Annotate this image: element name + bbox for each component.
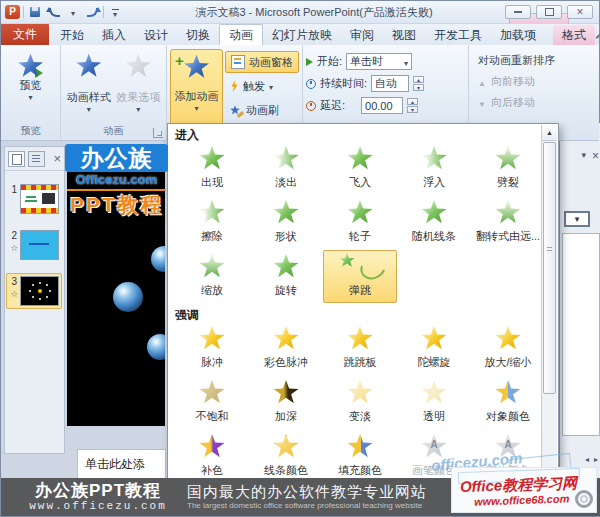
animation-pane-button[interactable]: 动画窗格 [225, 51, 299, 73]
animation-star-icon [347, 326, 373, 351]
move-earlier-button[interactable]: 向前移动 [478, 74, 555, 89]
ribbon-tabs: 文件 开始 插入 设计 切换 动画 [1, 23, 595, 45]
arrow-right-icon[interactable] [594, 455, 598, 464]
anim-shape[interactable]: 形状 [249, 196, 323, 249]
anim-fill-color[interactable]: 填充颜色 [323, 430, 397, 480]
close-button[interactable] [567, 5, 593, 19]
anim-line-color[interactable]: 线条颜色 [249, 430, 323, 480]
slide-thumbnail-3[interactable]: 3 ☆ [6, 273, 62, 309]
effect-options-button[interactable]: 效果选项 [114, 49, 164, 123]
pane-menu-icon[interactable] [581, 149, 586, 163]
tab-insert[interactable]: 插入 [93, 25, 135, 45]
chevron-down-icon [28, 93, 32, 102]
anim-transparency[interactable]: 透明 [397, 376, 471, 429]
anim-appear[interactable]: 出现 [175, 142, 249, 195]
ribbon-tab-row: 文件 开始 插入 设计 切换 动画 [1, 23, 599, 45]
anim-wipe[interactable]: 擦除 [175, 196, 249, 249]
slide-thumbnail-1[interactable]: 1 [6, 181, 62, 217]
footer-brand: 办公族PPT教程 [9, 482, 187, 501]
anim-random-bars[interactable]: 随机线条 [397, 196, 471, 249]
move-later-button[interactable]: 向后移动 [478, 95, 555, 110]
anim-spin-entrance[interactable]: 旋转 [249, 250, 323, 303]
tab-view[interactable]: 视图 [383, 25, 425, 45]
spin-down-button[interactable] [413, 84, 424, 91]
start-dropdown[interactable]: 单击时 [346, 53, 412, 70]
animation-star-icon [273, 254, 299, 279]
tab-review[interactable]: 审阅 [341, 25, 383, 45]
delay-input[interactable]: 00.00 [361, 97, 403, 114]
customize-quick-access-button[interactable] [107, 5, 123, 19]
anim-object-color[interactable]: 对象颜色 [471, 376, 545, 429]
anim-color-pulse[interactable]: 彩色脉冲 [249, 322, 323, 375]
duration-input[interactable]: 自动 [371, 75, 409, 92]
anim-split[interactable]: 劈裂 [471, 142, 545, 195]
earth-image [113, 282, 143, 312]
anim-flip-from-far[interactable]: 翻转式由远... [471, 196, 545, 249]
anim-wheel[interactable]: 轮子 [323, 196, 397, 249]
tab-design[interactable]: 设计 [135, 25, 177, 45]
anim-spin-emphasis[interactable]: 陀螺旋 [397, 322, 471, 375]
powerpoint-window: P 演示文稿3 - Microsoft PowerPoint(产品激活失败) 文… [0, 0, 600, 517]
undo-dropdown[interactable] [65, 5, 81, 19]
tab-animations[interactable]: 动画 [219, 24, 263, 45]
tab-file[interactable]: 文件 [1, 23, 49, 45]
preview-button[interactable]: 预览 [4, 49, 57, 123]
divider [103, 6, 104, 18]
anim-darken[interactable]: 加深 [249, 376, 323, 429]
save-button[interactable] [27, 5, 43, 19]
slide-number: 1 [12, 184, 18, 195]
tab-slideshow[interactable]: 幻灯片放映 [263, 25, 341, 45]
animation-star-icon [421, 146, 447, 171]
animation-star-indicator: ☆ [10, 243, 18, 253]
tab-home[interactable]: 开始 [51, 25, 93, 45]
slides-tab-icon[interactable] [8, 151, 25, 167]
tab-developer[interactable]: 开发工具 [425, 25, 491, 45]
undo-button[interactable] [46, 5, 62, 19]
anim-lighten[interactable]: 变淡 [323, 376, 397, 429]
spin-up-button[interactable] [407, 98, 418, 105]
slide3-dots [39, 290, 41, 292]
pane-close-icon[interactable] [592, 149, 599, 163]
tab-transitions[interactable]: 切换 [177, 25, 219, 45]
spin-down-button[interactable] [407, 106, 418, 113]
dialog-launcher-icon[interactable] [153, 128, 163, 138]
slide-thumbnail-image [20, 276, 59, 306]
tab-addins[interactable]: 加载项 [491, 25, 545, 45]
anim-desaturate[interactable]: 不饱和 [175, 376, 249, 429]
spin-up-button[interactable] [413, 76, 424, 83]
anim-teeter[interactable]: 跳跳板 [323, 322, 397, 375]
anim-zoom[interactable]: 缩放 [175, 250, 249, 303]
minimize-button[interactable] [505, 5, 531, 19]
animation-styles-button[interactable]: 动画样式 [64, 49, 114, 123]
scrollbar-thumb[interactable] [543, 142, 556, 394]
footer-slogan-en: The largest domestic office software pro… [187, 501, 427, 511]
anim-float-in[interactable]: 浮入 [397, 142, 471, 195]
pane-dropdown[interactable] [564, 211, 590, 227]
anim-fly-in[interactable]: 飞入 [323, 142, 397, 195]
lightning-bolt-icon [230, 80, 239, 92]
outline-tab-icon[interactable] [28, 151, 45, 167]
delay-spinner [407, 98, 418, 113]
close-icon[interactable] [53, 151, 61, 166]
anim-complementary-color[interactable]: 补色 [175, 430, 249, 480]
powerpoint-app-icon[interactable]: P [5, 5, 20, 19]
arrow-left-icon[interactable] [585, 455, 589, 464]
trigger-button[interactable]: 触发 [225, 75, 299, 97]
anim-bounce[interactable]: 弹跳 [323, 250, 397, 303]
animation-painter-button[interactable]: 动画刷 [225, 99, 299, 121]
collapse-ribbon-icon[interactable] [595, 33, 600, 39]
tab-format[interactable]: 格式 [553, 25, 595, 45]
slide-thumbnail-2[interactable]: 2 ☆ [6, 227, 62, 263]
ribbon-group-animation: 动画样式 效果选项 动画 [61, 45, 167, 140]
scrollbar-up-icon[interactable] [542, 125, 557, 141]
restore-button[interactable] [536, 5, 562, 19]
anim-grow-shrink[interactable]: 放大/缩小 [471, 322, 545, 375]
anim-fade[interactable]: 淡出 [249, 142, 323, 195]
slide-thumbnail-image [20, 230, 59, 260]
notes-pane[interactable]: 单击此处添 [77, 449, 166, 479]
anim-pulse[interactable]: 脉冲 [175, 322, 249, 375]
animation-styles-star-icon [76, 53, 102, 78]
gallery-scrollbar[interactable] [541, 125, 557, 478]
minimize-icon [514, 11, 522, 13]
redo-button[interactable] [84, 5, 100, 19]
